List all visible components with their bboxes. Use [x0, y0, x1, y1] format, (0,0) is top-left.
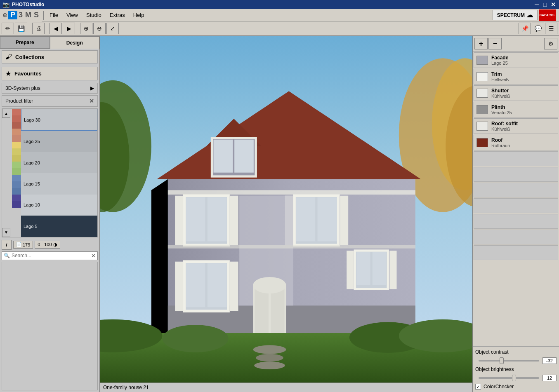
menu-file[interactable]: File: [45, 10, 62, 20]
component-facade[interactable]: Facade Lago 25: [474, 52, 558, 68]
circle-icon: ◑: [53, 242, 57, 247]
count-button[interactable]: 📄 179: [13, 241, 33, 249]
swatch-item-lago20[interactable]: Lago 20: [21, 152, 97, 173]
edit-button[interactable]: ✏: [2, 23, 14, 34]
swatch-area: ▲ ▼: [2, 108, 98, 237]
expand-button[interactable]: ⤢: [106, 23, 119, 34]
component-plinth[interactable]: Plinth Venato 25: [474, 102, 558, 117]
contrast-thumb[interactable]: [500, 357, 504, 364]
svg-rect-30: [186, 263, 205, 307]
app-title: PHOTOstudio: [12, 2, 44, 7]
favourites-label: Favourites: [14, 70, 42, 77]
component-list: Facade Lago 25 Trim Hellweiß Shutter Küh…: [473, 52, 559, 346]
swatch-label: Lago 30: [24, 117, 40, 122]
toolbar: ✏ 💾 🖨 ◀ ▶ ⊕ ⊖ ⤢ 📌 💬 ☰: [0, 21, 559, 36]
tab-prepare[interactable]: Prepare: [0, 36, 50, 49]
trim-swatch: [476, 72, 488, 81]
swatch-item-lago30[interactable]: Lago 30: [21, 109, 97, 131]
component-roof-soffit[interactable]: Roof: soffit Kühlweiß: [474, 118, 558, 134]
star-icon: ★: [5, 70, 11, 77]
contrast-label: Object contrast: [475, 349, 509, 355]
print-button[interactable]: 🖨: [32, 23, 45, 34]
svg-rect-23: [296, 197, 316, 242]
count-value: 179: [23, 242, 30, 247]
search-row: 🔍 ✕: [2, 251, 98, 260]
scroll-controls: ▲ ▼: [2, 109, 12, 237]
back-button[interactable]: ◀: [50, 23, 62, 34]
system-label: 3D-System plus: [5, 85, 40, 91]
info-button[interactable]: i: [2, 240, 12, 250]
menu-divider: [43, 11, 44, 20]
forward-button[interactable]: ▶: [63, 23, 75, 34]
plinth-swatch: [476, 105, 488, 114]
svg-rect-39: [347, 251, 354, 289]
system-row[interactable]: 3D-System plus ▶: [2, 83, 98, 94]
caption-text: One-family house 21: [103, 385, 149, 390]
title-bar: 📷 PHOTOstudio ─ □ ✕: [0, 0, 559, 9]
brightness-thumb[interactable]: [512, 375, 516, 381]
remove-component-button[interactable]: −: [488, 38, 502, 49]
svg-rect-17: [186, 197, 205, 242]
house-svg: [100, 36, 472, 383]
svg-rect-27: [340, 196, 348, 245]
svg-rect-24: [318, 197, 337, 242]
svg-rect-43: [271, 285, 284, 340]
scroll-up-button[interactable]: ▲: [2, 109, 10, 118]
svg-rect-37: [373, 252, 386, 285]
range-button[interactable]: 0 - 100 ◑: [35, 241, 60, 249]
svg-rect-34: [230, 262, 238, 311]
trim-name: Trim: [491, 71, 509, 77]
spectrum-logo: SPECTRUM ☁ CAPAROL: [493, 9, 556, 21]
main-layout: Prepare Design 🖌 Collections ★ Favourite…: [0, 36, 559, 392]
swatch-item-lago15[interactable]: Lago 15: [21, 173, 97, 194]
right-bottom: Object contrast -32 Object brightness: [473, 346, 559, 392]
search-input[interactable]: [12, 253, 90, 258]
menu-extras[interactable]: Extras: [106, 10, 129, 20]
component-empty-2: [474, 167, 558, 182]
swatch-item-lago5[interactable]: Lago 5: [21, 216, 97, 237]
spectrum-box: SPECTRUM ☁: [493, 10, 538, 20]
close-button[interactable]: ✕: [550, 1, 557, 8]
zoom-out-button[interactable]: ⊖: [93, 23, 106, 34]
plinth-name: Plinth: [491, 104, 512, 110]
collections-section[interactable]: 🖌 Collections: [2, 50, 98, 63]
swatch-label: Lago 20: [24, 160, 40, 165]
minimize-button[interactable]: ─: [533, 1, 540, 8]
shutter-color: Kühlweiß: [491, 94, 510, 99]
chat-button[interactable]: 💬: [532, 23, 544, 34]
settings-button[interactable]: ⚙: [544, 38, 557, 49]
pin-button[interactable]: 📌: [519, 23, 531, 34]
zoom-in-button[interactable]: ⊕: [80, 23, 92, 34]
menu-help[interactable]: Help: [129, 10, 149, 20]
filter-close-button[interactable]: ✕: [89, 98, 94, 104]
component-roof[interactable]: Roof Rotbraun: [474, 135, 558, 150]
contrast-value: -32: [542, 357, 557, 364]
filter-label: Product filter: [5, 98, 33, 104]
svg-point-52: [254, 361, 285, 369]
colorchecker-checkbox[interactable]: [475, 384, 481, 390]
maximize-button[interactable]: □: [542, 1, 548, 8]
component-trim[interactable]: Trim Hellweiß: [474, 69, 558, 85]
swatch-label: Lago 15: [24, 181, 40, 186]
component-empty-5: [474, 214, 558, 229]
search-clear-button[interactable]: ✕: [91, 253, 96, 259]
add-component-button[interactable]: +: [474, 38, 488, 49]
svg-rect-13: [214, 140, 233, 173]
component-shutter[interactable]: Shutter Kühlweiß: [474, 85, 558, 101]
favourites-section[interactable]: ★ Favourites: [2, 67, 98, 80]
save-button[interactable]: 💾: [15, 23, 27, 34]
menu-studio[interactable]: Studio: [82, 10, 106, 20]
menu-view[interactable]: View: [62, 10, 82, 20]
scroll-down-button[interactable]: ▼: [2, 228, 10, 237]
component-empty-3: [474, 183, 558, 197]
hamburger-button[interactable]: ☰: [545, 23, 557, 34]
svg-rect-54: [168, 245, 415, 249]
colorchecker-label: ColorChecker: [484, 384, 514, 390]
brightness-label: Object brightness: [475, 366, 514, 372]
logo-area: e P 3 M S: [0, 9, 42, 21]
swatch-item-lago10[interactable]: Lago 10: [21, 195, 97, 216]
collections-label: Collections: [15, 54, 44, 60]
swatch-item-lago25[interactable]: Lago 25: [21, 131, 97, 152]
logo-3: 3: [17, 11, 24, 19]
tab-design[interactable]: Design: [50, 36, 100, 49]
